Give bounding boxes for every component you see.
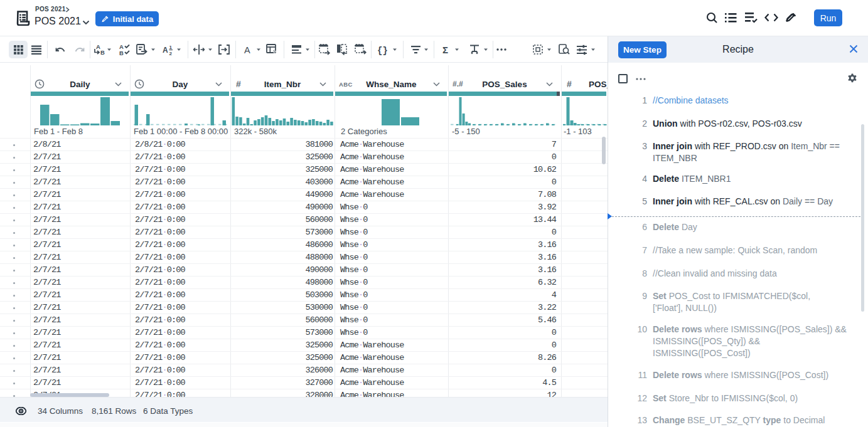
svg-text:A: A xyxy=(96,44,100,50)
svg-text:Σ: Σ xyxy=(442,45,448,55)
svg-text:A: A xyxy=(244,45,250,55)
svg-text:B: B xyxy=(100,49,105,55)
svg-text:2: 2 xyxy=(169,51,172,55)
svg-text:A: A xyxy=(163,46,168,55)
svg-text:{}: {} xyxy=(377,45,388,55)
svg-text:B: B xyxy=(119,50,124,56)
svg-text:1: 1 xyxy=(169,45,172,50)
